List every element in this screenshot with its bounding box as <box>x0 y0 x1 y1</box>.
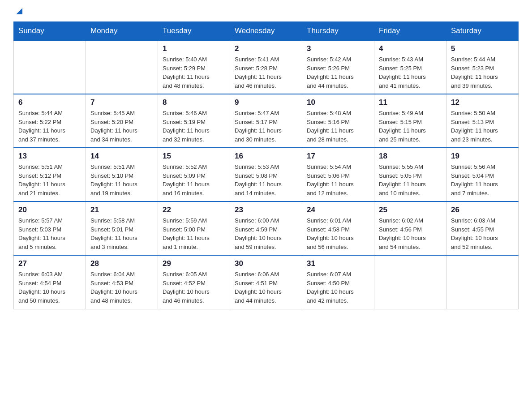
day-number: 27 <box>18 259 81 268</box>
day-number: 15 <box>163 152 225 161</box>
day-number: 16 <box>235 152 297 161</box>
day-number: 5 <box>451 44 514 53</box>
header-tuesday: Tuesday <box>158 22 230 41</box>
day-info: Sunrise: 5:54 AM Sunset: 5:06 PM Dayligh… <box>307 163 369 197</box>
calendar-week-row: 13Sunrise: 5:51 AM Sunset: 5:12 PM Dayli… <box>14 148 519 201</box>
calendar-cell: 14Sunrise: 5:51 AM Sunset: 5:10 PM Dayli… <box>86 148 158 201</box>
calendar-cell: 26Sunrise: 6:03 AM Sunset: 4:55 PM Dayli… <box>446 201 519 255</box>
day-number: 13 <box>18 152 81 161</box>
day-number: 3 <box>307 44 369 53</box>
calendar-cell: 28Sunrise: 6:04 AM Sunset: 4:53 PM Dayli… <box>86 255 158 309</box>
day-number: 31 <box>307 259 369 268</box>
calendar-cell: 30Sunrise: 6:06 AM Sunset: 4:51 PM Dayli… <box>230 255 302 309</box>
calendar-cell: 20Sunrise: 5:57 AM Sunset: 5:03 PM Dayli… <box>14 201 86 255</box>
day-info: Sunrise: 5:44 AM Sunset: 5:23 PM Dayligh… <box>451 55 514 90</box>
day-info: Sunrise: 5:51 AM Sunset: 5:12 PM Dayligh… <box>18 163 81 197</box>
calendar-cell: 25Sunrise: 6:02 AM Sunset: 4:56 PM Dayli… <box>374 201 446 255</box>
day-info: Sunrise: 5:44 AM Sunset: 5:22 PM Dayligh… <box>18 109 81 144</box>
day-info: Sunrise: 5:41 AM Sunset: 5:28 PM Dayligh… <box>235 55 297 90</box>
day-info: Sunrise: 6:04 AM Sunset: 4:53 PM Dayligh… <box>90 270 153 305</box>
day-info: Sunrise: 5:57 AM Sunset: 5:03 PM Dayligh… <box>18 216 81 251</box>
day-number: 18 <box>379 152 442 161</box>
calendar-week-row: 27Sunrise: 6:03 AM Sunset: 4:54 PM Dayli… <box>14 255 519 309</box>
calendar-cell: 23Sunrise: 6:00 AM Sunset: 4:59 PM Dayli… <box>230 201 302 255</box>
calendar-cell: 5Sunrise: 5:44 AM Sunset: 5:23 PM Daylig… <box>446 40 519 94</box>
day-number: 11 <box>379 98 442 107</box>
page-header <box>13 9 519 13</box>
header-friday: Friday <box>374 22 446 41</box>
calendar-cell: 29Sunrise: 6:05 AM Sunset: 4:52 PM Dayli… <box>158 255 230 309</box>
calendar-cell <box>446 255 519 309</box>
day-info: Sunrise: 6:06 AM Sunset: 4:51 PM Dayligh… <box>235 270 297 305</box>
day-number: 25 <box>379 206 442 214</box>
day-number: 12 <box>451 98 514 107</box>
day-number: 26 <box>451 206 514 214</box>
day-number: 20 <box>18 206 81 214</box>
calendar-cell: 10Sunrise: 5:48 AM Sunset: 5:16 PM Dayli… <box>302 94 374 148</box>
calendar-cell: 27Sunrise: 6:03 AM Sunset: 4:54 PM Dayli… <box>14 255 86 309</box>
calendar-week-row: 20Sunrise: 5:57 AM Sunset: 5:03 PM Dayli… <box>14 201 519 255</box>
day-info: Sunrise: 5:45 AM Sunset: 5:20 PM Dayligh… <box>90 109 153 144</box>
day-info: Sunrise: 6:00 AM Sunset: 4:59 PM Dayligh… <box>235 216 297 251</box>
calendar-cell: 22Sunrise: 5:59 AM Sunset: 5:00 PM Dayli… <box>158 201 230 255</box>
day-number: 24 <box>307 206 369 214</box>
day-number: 17 <box>307 152 369 161</box>
day-info: Sunrise: 5:49 AM Sunset: 5:15 PM Dayligh… <box>379 109 442 144</box>
day-number: 1 <box>163 44 225 53</box>
header-thursday: Thursday <box>302 22 374 41</box>
day-info: Sunrise: 5:55 AM Sunset: 5:05 PM Dayligh… <box>379 163 442 197</box>
day-number: 4 <box>379 44 442 53</box>
day-info: Sunrise: 5:58 AM Sunset: 5:01 PM Dayligh… <box>90 216 153 251</box>
header-sunday: Sunday <box>14 22 86 41</box>
day-number: 9 <box>235 98 297 107</box>
day-number: 7 <box>90 98 153 107</box>
day-info: Sunrise: 5:56 AM Sunset: 5:04 PM Dayligh… <box>451 163 514 197</box>
calendar-week-row: 1Sunrise: 5:40 AM Sunset: 5:29 PM Daylig… <box>14 40 519 94</box>
calendar-cell: 12Sunrise: 5:50 AM Sunset: 5:13 PM Dayli… <box>446 94 519 148</box>
day-info: Sunrise: 6:02 AM Sunset: 4:56 PM Dayligh… <box>379 216 442 251</box>
calendar-cell: 15Sunrise: 5:52 AM Sunset: 5:09 PM Dayli… <box>158 148 230 201</box>
day-number: 6 <box>18 98 81 107</box>
header-saturday: Saturday <box>446 22 519 41</box>
calendar-cell: 21Sunrise: 5:58 AM Sunset: 5:01 PM Dayli… <box>86 201 158 255</box>
calendar-cell: 1Sunrise: 5:40 AM Sunset: 5:29 PM Daylig… <box>158 40 230 94</box>
day-info: Sunrise: 5:40 AM Sunset: 5:29 PM Dayligh… <box>163 55 225 90</box>
calendar-cell: 16Sunrise: 5:53 AM Sunset: 5:08 PM Dayli… <box>230 148 302 201</box>
calendar-cell: 11Sunrise: 5:49 AM Sunset: 5:15 PM Dayli… <box>374 94 446 148</box>
calendar-cell: 8Sunrise: 5:46 AM Sunset: 5:19 PM Daylig… <box>158 94 230 148</box>
day-info: Sunrise: 5:47 AM Sunset: 5:17 PM Dayligh… <box>235 109 297 144</box>
day-number: 29 <box>163 259 225 268</box>
day-number: 21 <box>90 206 153 214</box>
day-info: Sunrise: 5:53 AM Sunset: 5:08 PM Dayligh… <box>235 163 297 197</box>
day-info: Sunrise: 5:51 AM Sunset: 5:10 PM Dayligh… <box>90 163 153 197</box>
calendar-cell <box>86 40 158 94</box>
calendar-cell <box>374 255 446 309</box>
day-number: 28 <box>90 259 153 268</box>
day-number: 22 <box>163 206 225 214</box>
calendar-cell: 18Sunrise: 5:55 AM Sunset: 5:05 PM Dayli… <box>374 148 446 201</box>
calendar-cell: 7Sunrise: 5:45 AM Sunset: 5:20 PM Daylig… <box>86 94 158 148</box>
header-wednesday: Wednesday <box>230 22 302 41</box>
calendar-cell: 17Sunrise: 5:54 AM Sunset: 5:06 PM Dayli… <box>302 148 374 201</box>
calendar-cell: 3Sunrise: 5:42 AM Sunset: 5:26 PM Daylig… <box>302 40 374 94</box>
day-info: Sunrise: 5:48 AM Sunset: 5:16 PM Dayligh… <box>307 109 369 144</box>
day-number: 19 <box>451 152 514 161</box>
calendar-cell <box>14 40 86 94</box>
day-info: Sunrise: 6:03 AM Sunset: 4:55 PM Dayligh… <box>451 216 514 251</box>
day-number: 2 <box>235 44 297 53</box>
calendar-header-row: SundayMondayTuesdayWednesdayThursdayFrid… <box>14 22 519 41</box>
calendar-cell: 24Sunrise: 6:01 AM Sunset: 4:58 PM Dayli… <box>302 201 374 255</box>
calendar-cell: 4Sunrise: 5:43 AM Sunset: 5:25 PM Daylig… <box>374 40 446 94</box>
day-info: Sunrise: 5:42 AM Sunset: 5:26 PM Dayligh… <box>307 55 369 90</box>
calendar-table: SundayMondayTuesdayWednesdayThursdayFrid… <box>13 21 519 309</box>
calendar-cell: 6Sunrise: 5:44 AM Sunset: 5:22 PM Daylig… <box>14 94 86 148</box>
day-number: 14 <box>90 152 153 161</box>
day-info: Sunrise: 6:01 AM Sunset: 4:58 PM Dayligh… <box>307 216 369 251</box>
day-number: 23 <box>235 206 297 214</box>
day-info: Sunrise: 6:07 AM Sunset: 4:50 PM Dayligh… <box>307 270 369 305</box>
calendar-cell: 9Sunrise: 5:47 AM Sunset: 5:17 PM Daylig… <box>230 94 302 148</box>
day-number: 10 <box>307 98 369 107</box>
logo-triangle-icon <box>14 6 24 16</box>
day-info: Sunrise: 5:50 AM Sunset: 5:13 PM Dayligh… <box>451 109 514 144</box>
calendar-cell: 2Sunrise: 5:41 AM Sunset: 5:28 PM Daylig… <box>230 40 302 94</box>
